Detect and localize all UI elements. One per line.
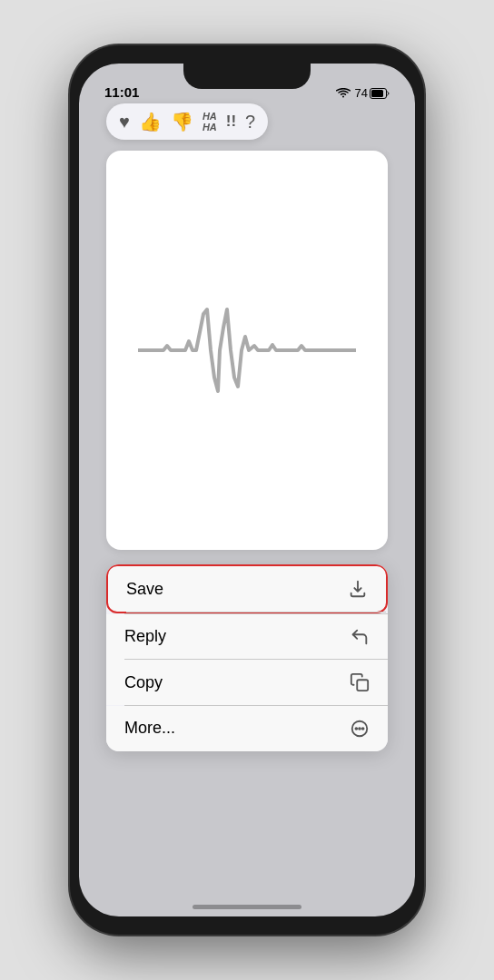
svg-rect-1	[371, 90, 383, 97]
menu-item-save[interactable]: Save	[106, 564, 388, 613]
home-indicator	[193, 905, 301, 909]
save-label: Save	[126, 580, 163, 599]
reaction-exclaim[interactable]: !!	[226, 113, 236, 131]
battery-area: 74	[355, 86, 390, 100]
svg-point-4	[355, 728, 357, 730]
status-icons: 74	[336, 86, 390, 100]
menu-item-more[interactable]: More...	[106, 706, 388, 751]
copy-label: Copy	[124, 673, 163, 692]
content-area: ♥ 👍 👎 HAHA !! ? Save	[79, 103, 415, 916]
reaction-haha[interactable]: HAHA	[203, 111, 217, 132]
context-menu: Save Reply	[106, 564, 388, 751]
save-icon	[348, 579, 368, 599]
status-time: 11:01	[104, 84, 139, 100]
wifi-icon	[336, 88, 351, 99]
menu-item-reply[interactable]: Reply	[106, 614, 388, 660]
audio-waveform	[138, 305, 356, 396]
screen: 11:01 74	[79, 64, 415, 916]
notch	[183, 64, 311, 89]
reply-label: Reply	[124, 627, 166, 646]
menu-item-copy[interactable]: Copy	[106, 660, 388, 705]
reaction-heart[interactable]: ♥	[119, 112, 130, 132]
svg-rect-2	[357, 680, 368, 691]
more-label: More...	[124, 719, 175, 738]
copy-icon	[350, 672, 370, 692]
message-bubble	[106, 151, 388, 550]
reaction-question[interactable]: ?	[245, 112, 255, 132]
phone-frame: 11:01 74	[70, 45, 424, 935]
battery-icon	[370, 88, 390, 99]
more-icon	[350, 719, 370, 739]
battery-percent: 74	[355, 86, 368, 100]
svg-point-5	[359, 728, 361, 730]
reaction-bar: ♥ 👍 👎 HAHA !! ?	[106, 103, 268, 140]
svg-point-6	[362, 728, 364, 730]
reaction-thumbsdown[interactable]: 👎	[171, 111, 193, 132]
reply-icon	[350, 627, 370, 647]
reaction-thumbsup[interactable]: 👍	[139, 111, 162, 132]
